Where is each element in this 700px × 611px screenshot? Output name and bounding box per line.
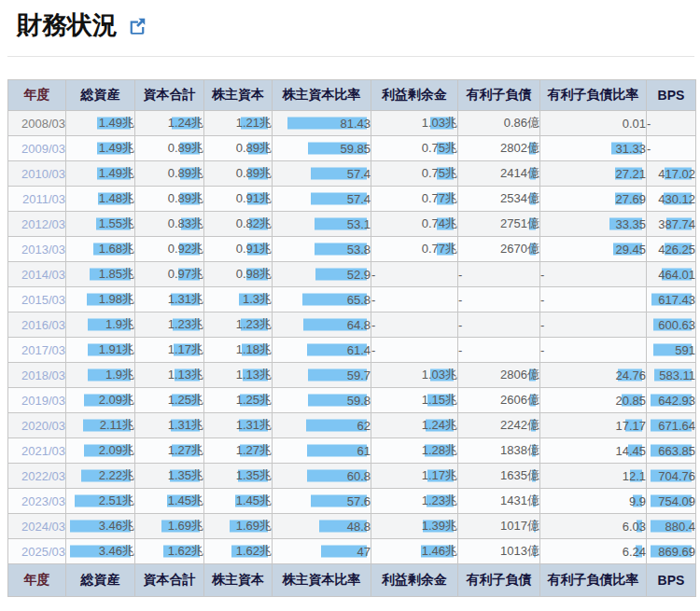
footer-col-0: 年度 bbox=[8, 564, 66, 597]
year-link[interactable]: 2013/03 bbox=[21, 243, 65, 257]
value-cell: 1.98兆 bbox=[66, 287, 135, 312]
table-row: 2021/032.09兆1.27兆1.27兆611.28兆1838億14.456… bbox=[8, 438, 696, 464]
value-text: 0.91兆 bbox=[236, 191, 272, 205]
value-text: 1.35兆 bbox=[168, 468, 203, 482]
value-text: 2414億 bbox=[500, 166, 539, 180]
year-cell: 2014/03 bbox=[8, 262, 66, 287]
value-text: 417.02 bbox=[658, 167, 695, 181]
value-text: 0.92兆 bbox=[168, 242, 203, 256]
value-cell: 53.8 bbox=[273, 237, 371, 262]
year-link[interactable]: 2021/03 bbox=[21, 444, 65, 458]
value-text: 1.85兆 bbox=[99, 267, 134, 281]
value-text: 0.01 bbox=[623, 117, 646, 131]
table-row: 2008/031.49兆1.24兆1.21兆81.431.03兆0.86億0.0… bbox=[8, 111, 696, 136]
value-cell: 17.17 bbox=[540, 413, 647, 438]
value-cell: - bbox=[540, 287, 647, 312]
year-link[interactable]: 2009/03 bbox=[21, 142, 65, 156]
value-cell: 61.4 bbox=[273, 338, 371, 363]
value-text: 64.8 bbox=[347, 318, 371, 332]
header-col-5: 利益剰余金 bbox=[371, 80, 458, 111]
value-text: 2242億 bbox=[500, 418, 539, 432]
value-cell: 1.23兆 bbox=[135, 312, 204, 338]
value-text: 2670億 bbox=[500, 242, 539, 256]
value-text: 0.77兆 bbox=[422, 191, 457, 205]
value-text: 1.25兆 bbox=[168, 393, 203, 407]
value-cell: 3.46兆 bbox=[66, 514, 135, 539]
year-cell: 2015/03 bbox=[8, 287, 66, 312]
value-cell: 464.01 bbox=[647, 262, 696, 287]
value-cell: 60.8 bbox=[273, 464, 371, 489]
value-cell: 1.03兆 bbox=[371, 363, 458, 388]
value-cell: 2.11兆 bbox=[66, 413, 135, 438]
year-link[interactable]: 2017/03 bbox=[21, 343, 65, 357]
value-text: 0.75兆 bbox=[422, 141, 457, 155]
value-cell: 1.48兆 bbox=[66, 187, 135, 212]
value-cell: 1.18兆 bbox=[204, 338, 273, 363]
value-text: 17.17 bbox=[615, 419, 646, 433]
value-cell: 1.35兆 bbox=[135, 464, 204, 489]
external-link-icon[interactable] bbox=[127, 16, 147, 36]
value-cell: - bbox=[371, 262, 458, 287]
value-cell: 59.7 bbox=[273, 363, 371, 388]
year-link[interactable]: 2011/03 bbox=[22, 192, 65, 206]
footer-col-1: 総資産 bbox=[66, 564, 135, 597]
value-text: 14.45 bbox=[615, 444, 646, 458]
value-cell: 29.45 bbox=[540, 237, 647, 262]
value-cell: 1.24兆 bbox=[135, 111, 204, 136]
value-cell: - bbox=[458, 338, 540, 363]
value-text: 430.12 bbox=[658, 192, 695, 206]
value-text: 600.63 bbox=[658, 318, 695, 332]
value-text: 1.3兆 bbox=[243, 292, 272, 306]
header-col-2: 資本合計 bbox=[135, 80, 204, 111]
value-text: 1.49兆 bbox=[99, 166, 134, 180]
year-link[interactable]: 2024/03 bbox=[21, 520, 65, 534]
value-cell: 57.4 bbox=[273, 161, 371, 187]
value-cell: 57.6 bbox=[273, 489, 371, 514]
value-cell: 1.25兆 bbox=[204, 388, 273, 413]
year-link[interactable]: 2025/03 bbox=[21, 545, 65, 559]
year-link[interactable]: 2018/03 bbox=[21, 368, 65, 382]
value-text: 0.89兆 bbox=[168, 141, 203, 155]
year-link[interactable]: 2012/03 bbox=[21, 217, 65, 231]
year-link[interactable]: 2022/03 bbox=[21, 469, 65, 483]
value-cell: 1.13兆 bbox=[135, 363, 204, 388]
value-text: 583.11 bbox=[659, 368, 695, 382]
value-cell: 27.69 bbox=[540, 187, 647, 212]
value-text: 387.74 bbox=[658, 217, 695, 231]
value-cell: 671.64 bbox=[647, 413, 696, 438]
year-link[interactable]: 2020/03 bbox=[21, 419, 65, 433]
value-text: 426.25 bbox=[658, 243, 695, 257]
value-text: 1.48兆 bbox=[99, 191, 134, 205]
value-cell: 1.28兆 bbox=[371, 438, 458, 464]
value-cell: 81.43 bbox=[273, 111, 371, 136]
value-text: 1.31兆 bbox=[168, 418, 203, 432]
value-cell: 1.31兆 bbox=[135, 413, 204, 438]
value-text: 1.28兆 bbox=[422, 443, 457, 457]
year-link[interactable]: 2016/03 bbox=[21, 318, 65, 332]
value-cell: 869.69 bbox=[647, 539, 696, 564]
bar-track bbox=[276, 546, 367, 558]
value-cell: 1.17兆 bbox=[135, 338, 204, 363]
value-text: 59.85 bbox=[340, 142, 371, 156]
value-cell: - bbox=[371, 287, 458, 312]
value-cell: 387.74 bbox=[647, 212, 696, 237]
year-link[interactable]: 2019/03 bbox=[21, 394, 65, 408]
divider bbox=[7, 56, 694, 57]
table-row: 2016/031.9兆1.23兆1.23兆64.8---600.63 bbox=[8, 312, 696, 338]
table-row: 2024/033.46兆1.69兆1.69兆48.81.39兆1017億6.03… bbox=[8, 514, 696, 539]
year-cell: 2018/03 bbox=[8, 363, 66, 388]
value-cell: 1.03兆 bbox=[371, 111, 458, 136]
year-link[interactable]: 2010/03 bbox=[21, 167, 65, 181]
value-cell: 1.31兆 bbox=[204, 413, 273, 438]
value-cell: 1.45兆 bbox=[135, 489, 204, 514]
value-text: 1.17兆 bbox=[168, 342, 203, 356]
financial-table: 年度総資産資本合計株主資本株主資本比率利益剰余金有利子負債有利子負債比率BPS … bbox=[7, 79, 696, 597]
year-link[interactable]: 2023/03 bbox=[21, 494, 65, 508]
year-link[interactable]: 2014/03 bbox=[21, 268, 65, 282]
value-text: 704.76 bbox=[658, 469, 695, 483]
bar-track bbox=[544, 495, 642, 507]
year-link[interactable]: 2015/03 bbox=[21, 293, 65, 307]
value-text: 754.09 bbox=[658, 494, 695, 508]
header-col-0: 年度 bbox=[8, 80, 66, 111]
value-cell: 1.25兆 bbox=[135, 388, 204, 413]
